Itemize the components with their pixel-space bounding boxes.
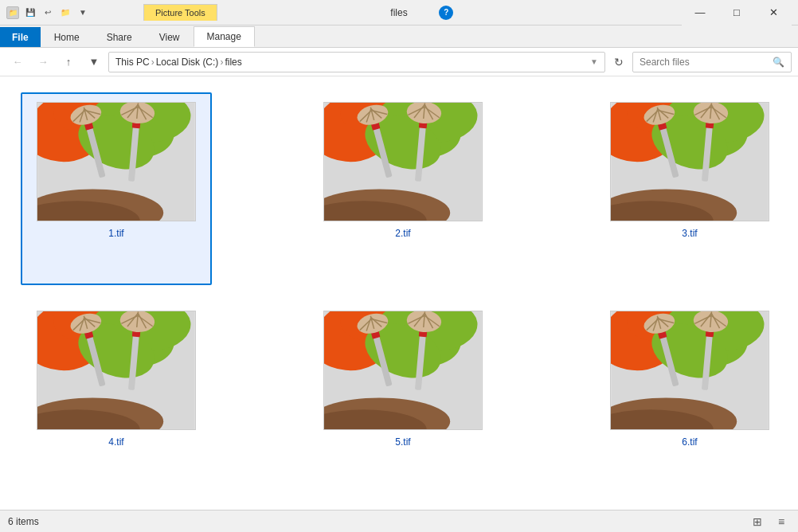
tab-home[interactable]: Home [41, 27, 93, 47]
recent-locations-button[interactable]: ▼ [83, 51, 105, 73]
minimize-button[interactable]: — [682, 0, 718, 25]
address-bar-dropdown[interactable]: ▼ [590, 57, 598, 66]
file-label: 2.tif [395, 228, 410, 239]
file-thumbnail [323, 102, 483, 221]
file-thumbnail [323, 311, 483, 430]
details-view-button[interactable]: ≡ [773, 513, 790, 530]
file-thumbnail [37, 102, 196, 221]
search-bar[interactable]: 🔍 [632, 52, 792, 72]
file-label: 6.tif [682, 436, 697, 448]
refresh-button[interactable]: ↻ [608, 52, 629, 72]
search-icon: 🔍 [773, 57, 784, 68]
file-item[interactable]: 6.tif [594, 301, 785, 494]
undo-qat-button[interactable]: ↩ [41, 6, 54, 19]
file-item[interactable]: 4.tif [21, 301, 212, 494]
file-label: 1.tif [108, 228, 123, 239]
up-button[interactable]: ↑ [57, 51, 80, 73]
file-label: 5.tif [395, 436, 410, 448]
file-thumbnail [610, 102, 769, 221]
file-item[interactable]: 2.tif [307, 92, 499, 285]
picture-tools-tab[interactable]: Picture Tools [143, 4, 217, 21]
file-item[interactable]: 1.tif [21, 92, 212, 285]
tab-share[interactable]: Share [93, 27, 146, 47]
tab-file[interactable]: File [0, 27, 41, 47]
app-icon: 📁 [6, 6, 19, 19]
file-thumbnail [37, 311, 196, 430]
new-folder-qat-button[interactable]: 📁 [59, 6, 72, 19]
view-controls: ⊞ ≡ [749, 513, 790, 530]
large-icons-view-button[interactable]: ⊞ [749, 513, 766, 530]
ribbon-tabs: File Home Share View Manage [0, 25, 798, 48]
item-count: 6 items [8, 516, 39, 527]
file-item[interactable]: 5.tif [307, 301, 499, 494]
window-title: files [390, 7, 407, 18]
address-part-thispc: This PC [115, 57, 150, 68]
title-bar: 📁 💾 ↩ 📁 ▼ Picture Tools files ? — □ ✕ [0, 0, 798, 25]
close-button[interactable]: ✕ [755, 0, 792, 25]
address-part-localdisk: Local Disk (C:) [156, 57, 219, 68]
back-button[interactable]: ← [6, 51, 29, 73]
nav-bar: ← → ↑ ▼ This PC › Local Disk (C:) › file… [0, 48, 798, 76]
address-bar[interactable]: This PC › Local Disk (C:) › files ▼ [108, 52, 605, 72]
quick-access-toolbar: 📁 💾 ↩ 📁 ▼ [6, 6, 89, 19]
search-input[interactable] [640, 57, 769, 68]
help-button[interactable]: ? [439, 6, 453, 20]
save-qat-button[interactable]: 💾 [24, 6, 37, 19]
file-label: 4.tif [108, 436, 123, 448]
file-item[interactable]: 3.tif [594, 92, 785, 285]
file-label: 3.tif [682, 228, 697, 239]
status-bar: 6 items ⊞ ≡ [0, 510, 798, 532]
tab-view[interactable]: View [146, 27, 194, 47]
maximize-button[interactable]: □ [718, 0, 755, 25]
files-grid: 1.tif [13, 84, 798, 502]
tab-manage[interactable]: Manage [194, 26, 255, 47]
file-thumbnail [610, 311, 769, 430]
qat-chevron[interactable]: ▼ [76, 6, 89, 19]
content-area: 1.tif [0, 76, 798, 510]
address-part-files: files [225, 57, 241, 68]
window-controls: — □ ✕ [682, 0, 792, 25]
forward-button[interactable]: → [32, 51, 54, 73]
